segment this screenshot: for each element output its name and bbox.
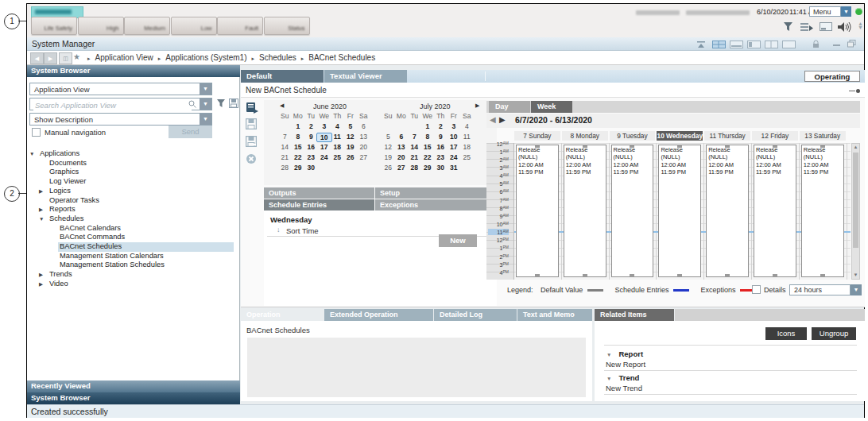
- calendar-day-15[interactable]: 15: [421, 143, 435, 151]
- calendar-day-5[interactable]: 5: [344, 122, 358, 130]
- lock-icon[interactable]: [812, 40, 820, 48]
- tree-item-log-viewer[interactable]: Log Viewer: [27, 177, 240, 187]
- tab-day[interactable]: Day: [489, 101, 530, 113]
- expand-down-icon[interactable]: ▼: [858, 25, 863, 30]
- save-icon[interactable]: [246, 118, 258, 131]
- calendar-day-20[interactable]: 20: [357, 143, 370, 151]
- calendar-day-9[interactable]: 9: [434, 133, 448, 141]
- event-top-handle[interactable]: [535, 145, 540, 148]
- tab-text-and-memo[interactable]: Text and Memo: [517, 309, 592, 321]
- send-button[interactable]: Send: [169, 126, 212, 138]
- calendar-day-12[interactable]: 12: [382, 143, 395, 151]
- tree-item-schedules[interactable]: ▼Schedules: [27, 214, 240, 224]
- related-group-trend[interactable]: ▼Trend: [606, 373, 639, 382]
- calendar-day-19[interactable]: 19: [382, 153, 395, 161]
- calendar-day-15[interactable]: 15: [292, 143, 305, 151]
- calendar-day-21[interactable]: 21: [278, 153, 292, 161]
- tree-item-applications[interactable]: ▼Applications: [27, 149, 240, 159]
- calendar-day-2[interactable]: 2: [434, 122, 448, 130]
- favorite-star-icon[interactable]: ★: [73, 52, 80, 61]
- breadcrumb-item[interactable]: Schedules: [259, 53, 296, 64]
- calendar-day-18[interactable]: 18: [460, 143, 474, 151]
- calendar-day-26[interactable]: 26: [344, 153, 358, 161]
- tab-extended-operation[interactable]: Extended Operation: [324, 309, 433, 321]
- toolbar-button-high[interactable]: High: [78, 17, 124, 35]
- tree-item-bacnet-commands[interactable]: BACnet Commands: [27, 233, 240, 242]
- calendar-day-3[interactable]: 3: [448, 122, 461, 130]
- tree-item-management-station-schedules[interactable]: Management Station Schedules: [27, 261, 240, 270]
- calendar-day-13[interactable]: 13: [395, 143, 409, 151]
- filter-icon[interactable]: [783, 21, 793, 32]
- tab-week[interactable]: Week: [531, 101, 572, 113]
- event-top-handle[interactable]: [725, 145, 730, 148]
- calendar-day-21[interactable]: 21: [408, 153, 421, 161]
- save-as-icon[interactable]: [246, 136, 258, 149]
- calendar-day-26[interactable]: 26: [382, 164, 395, 172]
- new-entry-button[interactable]: New: [439, 234, 477, 247]
- related-group-report[interactable]: ▼Report: [606, 350, 643, 358]
- tree-item-graphics[interactable]: Graphics: [27, 168, 240, 177]
- toolbar-button-status[interactable]: Status: [264, 17, 310, 35]
- event-bottom-handle[interactable]: [535, 274, 540, 277]
- event-top-handle[interactable]: [677, 145, 682, 148]
- calendar-day-10[interactable]: 10: [316, 133, 333, 142]
- toolbar-button-fault[interactable]: Fault: [217, 17, 263, 35]
- icons-button[interactable]: Icons: [765, 327, 807, 340]
- calendar-day-11[interactable]: 11: [460, 133, 474, 141]
- calendar-day-22[interactable]: 22: [292, 153, 305, 161]
- toolbar-button-life-safety[interactable]: Life Safety: [31, 17, 77, 35]
- event-top-handle[interactable]: [583, 145, 587, 148]
- tree-item-logics[interactable]: ▶Logics: [27, 187, 240, 196]
- calendar-day-17[interactable]: 17: [318, 143, 331, 151]
- collapse-panel-icon[interactable]: [696, 41, 706, 48]
- tab-outputs[interactable]: Outputs: [264, 187, 374, 199]
- calendar-day-3[interactable]: 3: [318, 122, 331, 130]
- scroll-down-icon[interactable]: ▼: [852, 272, 859, 279]
- schedule-event-card[interactable]: Release(NULL)12:00 AM11:59 PM: [754, 145, 796, 277]
- calendar-day-2[interactable]: 2: [304, 122, 318, 130]
- calendar-day-1[interactable]: 1: [421, 122, 435, 130]
- calendar-day-12[interactable]: 12: [344, 133, 358, 141]
- week-column-header-7-sunday[interactable]: 7 Sunday: [514, 131, 560, 141]
- calendar-day-23[interactable]: 23: [434, 153, 448, 161]
- description-selector-arrow-icon[interactable]: ▼: [200, 114, 211, 125]
- tab-related-items[interactable]: Related Items: [595, 309, 674, 321]
- next-week-icon[interactable]: ▶: [499, 115, 506, 124]
- chevron-down-icon[interactable]: ▼: [606, 352, 611, 357]
- calendar-day-7[interactable]: 7: [408, 133, 421, 141]
- schedule-event-card[interactable]: Release(NULL)12:00 AM11:59 PM: [611, 145, 654, 277]
- layout-pane-icon[interactable]: [820, 21, 832, 32]
- forward-button[interactable]: ▶: [44, 52, 57, 64]
- calendar-day-14[interactable]: 14: [278, 143, 292, 151]
- event-top-handle[interactable]: [773, 145, 777, 148]
- toolbar-button-low[interactable]: Low: [171, 17, 217, 35]
- tree-item-bacnet-schedules[interactable]: BACnet Schedules: [27, 242, 240, 252]
- event-top-handle[interactable]: [630, 145, 634, 148]
- event-bottom-handle[interactable]: [677, 274, 682, 277]
- tab-default[interactable]: Default: [241, 70, 324, 83]
- week-column-header-11-thursday[interactable]: 11 Thursday: [704, 131, 750, 141]
- calendar-next-icon[interactable]: ▶: [475, 102, 479, 109]
- calendar-day-16[interactable]: 16: [304, 143, 318, 151]
- tree-item-video[interactable]: ▶Video: [27, 280, 240, 289]
- event-bottom-handle[interactable]: [820, 274, 825, 277]
- calendar-day-6[interactable]: 6: [395, 133, 409, 141]
- calendar-day-30[interactable]: 30: [304, 164, 318, 172]
- schedule-event-card[interactable]: Release(NULL)12:00 AM11:59 PM: [658, 145, 701, 277]
- calendar-day-16[interactable]: 16: [434, 143, 448, 151]
- calendar-day-24[interactable]: 24: [448, 153, 461, 161]
- calendar-day-4[interactable]: 4: [331, 122, 344, 130]
- tree-item-bacnet-calendars[interactable]: BACnet Calendars: [27, 224, 240, 234]
- calendar-day-25[interactable]: 25: [331, 153, 344, 161]
- filter-tree-icon[interactable]: [216, 98, 226, 108]
- tab-setup[interactable]: Setup: [375, 187, 497, 199]
- pin-icon[interactable]: [849, 89, 860, 93]
- tree-item-management-station-calendars[interactable]: Management Station Calendars: [27, 252, 240, 261]
- time-range-arrow-icon[interactable]: ▼: [851, 284, 862, 295]
- calendar-day-28[interactable]: 28: [408, 164, 421, 172]
- tree-collapse-icon[interactable]: ▼: [29, 149, 34, 159]
- tree-item-operator-tasks[interactable]: Operator Tasks: [27, 196, 240, 206]
- manual-navigation-checkbox[interactable]: [32, 128, 41, 137]
- week-column-header-13-saturday[interactable]: 13 Saturday: [800, 131, 846, 141]
- calendar-day-13[interactable]: 13: [357, 133, 370, 141]
